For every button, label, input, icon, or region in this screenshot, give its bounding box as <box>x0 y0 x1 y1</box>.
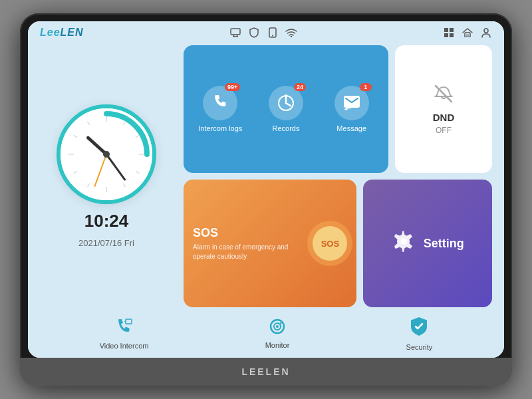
setting-tile[interactable]: Setting <box>363 180 492 307</box>
svg-marker-34 <box>344 108 349 110</box>
logo: LeeLEN <box>40 27 84 39</box>
sos-tile[interactable]: SOS Alarm in case of emergency and opera… <box>184 180 356 307</box>
grid-bottom-row: SOS Alarm in case of emergency and opera… <box>184 180 492 307</box>
camera-nav-icon <box>268 319 287 338</box>
svg-marker-39 <box>124 321 126 323</box>
nav-security-label: Security <box>406 343 433 351</box>
records-tile[interactable]: 24 Records <box>255 86 318 132</box>
dnd-tile[interactable]: DND OFF <box>395 45 492 173</box>
blue-tiles-container: 99+ Intercom logs <box>184 45 388 173</box>
svg-rect-0 <box>231 29 240 35</box>
nav-security[interactable]: Security <box>406 317 433 351</box>
svg-point-5 <box>272 35 273 37</box>
nav-monitor[interactable]: Monitor <box>265 319 290 349</box>
intercom-logs-label: Intercom logs <box>198 124 242 132</box>
svg-rect-12 <box>466 34 469 37</box>
clock-digital: 10:24 <box>84 211 129 231</box>
svg-rect-8 <box>450 28 454 32</box>
records-label: Records <box>273 124 300 132</box>
home-icon <box>462 27 473 39</box>
records-icon-circle: 24 <box>269 86 303 120</box>
message-label: Message <box>336 124 366 132</box>
bottom-nav: Video Intercom Monitor <box>28 311 504 358</box>
gear-icon <box>392 229 416 258</box>
top-icons-right <box>443 27 492 39</box>
sos-title: SOS <box>193 226 306 240</box>
user-icon <box>480 27 492 39</box>
main-content: 10:24 2021/07/16 Fri <box>28 41 504 311</box>
sos-description: Alarm in case of emergency and operate c… <box>193 243 306 261</box>
sos-text: SOS Alarm in case of emergency and opera… <box>193 226 306 261</box>
shield-icon <box>248 27 260 39</box>
dnd-status: OFF <box>436 126 452 135</box>
shield-nav-icon <box>410 317 428 340</box>
svg-point-43 <box>280 323 282 325</box>
phone-icon <box>267 27 279 39</box>
svg-point-32 <box>285 94 287 97</box>
device-screen: LeeLEN <box>28 21 504 358</box>
clock-face <box>57 104 156 204</box>
intercom-logs-icon-circle: 99+ <box>203 86 237 120</box>
intercom-logs-tile[interactable]: 99+ Intercom logs <box>189 86 252 132</box>
message-badge: 1 <box>360 83 372 91</box>
grid-section: 99+ Intercom logs <box>184 45 492 307</box>
message-tile[interactable]: 1 Message <box>320 86 383 132</box>
setting-label: Setting <box>424 237 464 251</box>
monitor-icon <box>229 27 241 39</box>
brand-bottom-label: LEELEN <box>241 366 290 377</box>
wifi-icon <box>285 27 297 39</box>
svg-point-30 <box>103 151 110 158</box>
top-bar: LeeLEN <box>28 21 504 41</box>
device-speaker: LEELEN <box>20 358 512 386</box>
nav-video-intercom-label: Video Intercom <box>100 342 149 350</box>
svg-rect-7 <box>444 28 448 32</box>
dnd-label: DND <box>433 112 455 123</box>
sos-button[interactable]: SOS <box>313 226 347 261</box>
message-icon-circle: 1 <box>334 86 369 120</box>
svg-point-42 <box>276 325 279 328</box>
grid-icon <box>443 27 455 39</box>
svg-rect-38 <box>126 319 132 324</box>
grid-top-row: 99+ Intercom logs <box>184 45 492 173</box>
svg-point-6 <box>291 36 292 37</box>
nav-video-intercom[interactable]: Video Intercom <box>100 318 149 350</box>
top-icons-left <box>229 27 297 39</box>
phone-nav-icon <box>116 318 133 339</box>
dnd-icon <box>433 83 454 109</box>
device-frame: LeeLEN <box>20 13 512 386</box>
records-badge: 24 <box>294 83 306 91</box>
svg-rect-9 <box>444 33 448 37</box>
clock-date: 2021/07/16 Fri <box>78 238 134 248</box>
clock-section: 10:24 2021/07/16 Fri <box>40 45 173 307</box>
svg-point-13 <box>484 29 488 33</box>
svg-rect-10 <box>450 33 454 37</box>
intercom-logs-badge: 99+ <box>225 83 240 91</box>
nav-monitor-label: Monitor <box>265 341 290 349</box>
